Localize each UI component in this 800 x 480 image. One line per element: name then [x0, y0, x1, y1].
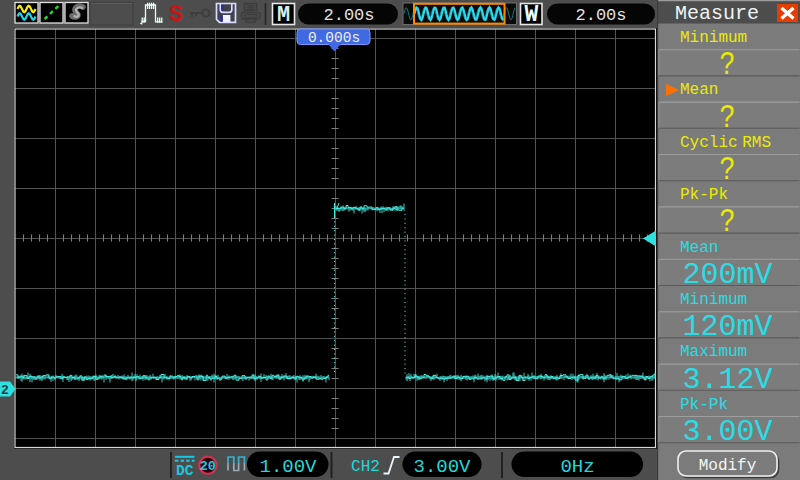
svg-text:Cyclic RMS: Cyclic RMS: [680, 134, 771, 152]
svg-text:3.00V: 3.00V: [682, 415, 772, 449]
svg-text:?: ?: [720, 46, 736, 84]
svg-text:DC: DC: [176, 463, 194, 479]
svg-text:Pk-Pk: Pk-Pk: [680, 396, 728, 414]
svg-text:0.000s: 0.000s: [308, 30, 360, 46]
svg-text:?: ?: [720, 151, 736, 189]
svg-text:3.12V: 3.12V: [682, 363, 772, 397]
svg-text:3.00V: 3.00V: [413, 456, 471, 478]
svg-text:120mV: 120mV: [682, 310, 772, 344]
svg-text:M: M: [277, 3, 290, 28]
svg-text:Maximum: Maximum: [680, 343, 747, 361]
svg-text:?: ?: [720, 99, 736, 137]
svg-text:2.00s: 2.00s: [323, 6, 374, 25]
svg-text:S: S: [169, 2, 183, 28]
svg-text:2: 2: [1, 383, 9, 398]
svg-text:20: 20: [200, 459, 216, 474]
svg-text:200mV: 200mV: [682, 258, 772, 292]
svg-text:Pk-Pk: Pk-Pk: [680, 186, 728, 204]
svg-text:Mean: Mean: [680, 239, 718, 257]
svg-text:Measure: Measure: [675, 2, 759, 25]
svg-text:Modify: Modify: [699, 457, 757, 475]
svg-text:?: ?: [720, 204, 736, 242]
svg-text:0Hz: 0Hz: [560, 456, 594, 478]
svg-text:1.00V: 1.00V: [259, 456, 317, 478]
svg-text:Minimum: Minimum: [680, 29, 747, 47]
svg-text:CH2: CH2: [351, 458, 380, 476]
svg-text:2.00s: 2.00s: [575, 6, 626, 25]
svg-text:Mean: Mean: [680, 81, 718, 99]
svg-text:Minimum: Minimum: [680, 291, 747, 309]
svg-text:W: W: [524, 2, 538, 28]
